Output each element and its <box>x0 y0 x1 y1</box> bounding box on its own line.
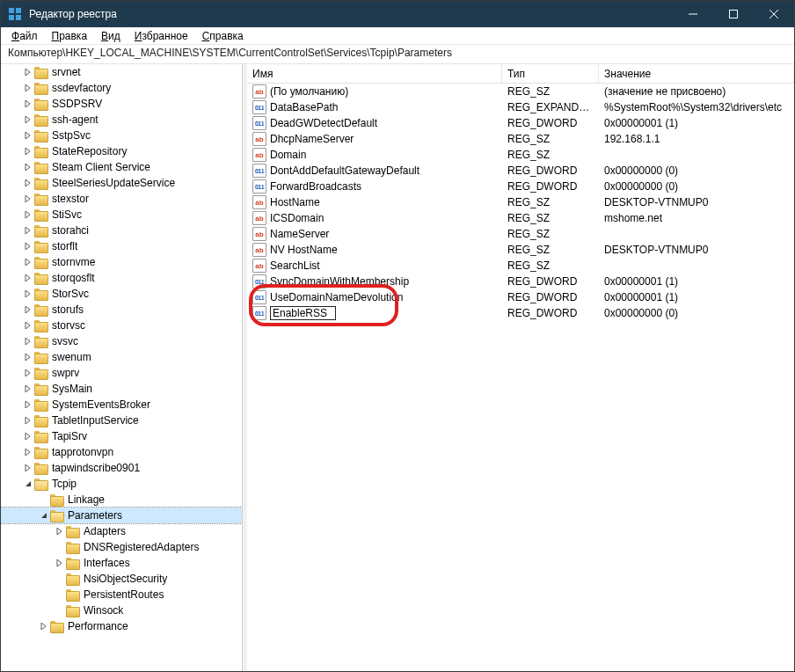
value-row[interactable]: 011DontAddDefaultGatewayDefaultREG_DWORD… <box>247 163 794 179</box>
chevron-right-icon[interactable] <box>22 446 34 458</box>
chevron-right-icon[interactable] <box>22 98 34 110</box>
chevron-right-icon[interactable] <box>22 367 34 379</box>
menu-file[interactable]: Файл <box>4 28 45 44</box>
tree-item[interactable]: stexstor <box>1 191 242 207</box>
value-row[interactable]: abSearchListREG_SZ <box>247 258 794 274</box>
chevron-right-icon[interactable] <box>22 193 34 205</box>
menu-favorites[interactable]: Избранное <box>128 28 195 44</box>
chevron-right-icon[interactable] <box>54 525 66 537</box>
tree-item[interactable]: swprv <box>1 365 242 381</box>
tree-item[interactable]: SysMain <box>1 381 242 397</box>
tree-panel[interactable]: srvnetssdevfactorySSDPSRVssh-agentSstpSv… <box>1 64 243 671</box>
tree-item[interactable]: TapiSrv <box>1 428 242 444</box>
tree-item[interactable]: Winsock <box>1 603 242 618</box>
menu-edit[interactable]: Правка <box>45 28 95 44</box>
chevron-down-icon[interactable] <box>22 478 34 490</box>
tree-item[interactable]: SstpSvc <box>1 128 242 143</box>
tree-item[interactable]: StorSvc <box>1 286 242 302</box>
value-row[interactable]: 011ForwardBroadcastsREG_DWORD0x00000000 … <box>247 179 794 194</box>
chevron-right-icon[interactable] <box>22 224 34 237</box>
tree-item[interactable]: NsiObjectSecurity <box>1 571 242 587</box>
tree-item[interactable]: storahci <box>1 223 242 238</box>
chevron-right-icon[interactable] <box>22 113 34 126</box>
tree-item[interactable]: stornvme <box>1 254 242 270</box>
value-row[interactable]: 011DeadGWDetectDefaultREG_DWORD0x0000000… <box>247 115 794 131</box>
tree-item[interactable]: ssdevfactory <box>1 80 242 96</box>
header-type[interactable]: Тип <box>502 64 599 83</box>
maximize-button[interactable] <box>713 1 754 27</box>
tree-item[interactable]: SteelSeriesUpdateService <box>1 175 242 191</box>
chevron-right-icon[interactable] <box>22 66 34 78</box>
value-row[interactable]: 011SyncDomainWithMembershipREG_DWORD0x00… <box>247 274 794 289</box>
chevron-right-icon[interactable] <box>22 430 34 442</box>
header-name[interactable]: Имя <box>247 64 502 83</box>
chevron-right-icon[interactable] <box>22 177 34 189</box>
value-row[interactable]: abDhcpNameServerREG_SZ192.168.1.1 <box>247 131 794 147</box>
tree-item[interactable]: srvnet <box>1 64 242 80</box>
tree-item[interactable]: StateRepository <box>1 143 242 159</box>
tree-item[interactable]: svsvc <box>1 333 242 349</box>
chevron-right-icon[interactable] <box>22 161 34 173</box>
chevron-right-icon[interactable] <box>22 82 34 94</box>
tree-item[interactable]: Steam Client Service <box>1 159 242 175</box>
folder-icon <box>66 604 80 617</box>
chevron-down-icon[interactable] <box>38 509 50 522</box>
tree-item[interactable]: SSDPSRV <box>1 96 242 112</box>
chevron-right-icon[interactable] <box>22 145 34 157</box>
value-row[interactable]: ab(По умолчанию)REG_SZ(значение не присв… <box>247 84 794 99</box>
chevron-right-icon[interactable] <box>22 208 34 221</box>
close-button[interactable] <box>754 1 794 27</box>
header-value[interactable]: Значение <box>599 64 794 83</box>
string-value-icon: ab <box>252 132 266 146</box>
address-bar[interactable]: Компьютер\HKEY_LOCAL_MACHINE\SYSTEM\Curr… <box>1 45 794 64</box>
tree-item[interactable]: storflt <box>1 238 242 254</box>
tree-item[interactable]: Adapters <box>1 523 242 539</box>
tree-item[interactable]: tapprotonvpn <box>1 444 242 460</box>
value-row[interactable]: 011UseDomainNameDevolutionREG_DWORD0x000… <box>247 289 794 305</box>
chevron-right-icon[interactable] <box>22 256 34 268</box>
chevron-right-icon[interactable] <box>22 462 34 474</box>
chevron-right-icon[interactable] <box>22 272 34 284</box>
chevron-right-icon[interactable] <box>22 240 34 252</box>
tree-item[interactable]: PersistentRoutes <box>1 587 242 603</box>
chevron-right-icon[interactable] <box>22 398 34 411</box>
chevron-right-icon[interactable] <box>22 383 34 395</box>
chevron-right-icon[interactable] <box>54 557 66 569</box>
tree-item[interactable]: SystemEventsBroker <box>1 397 242 413</box>
menu-help[interactable]: Справка <box>195 28 251 44</box>
tree-item[interactable]: Tcpip <box>1 476 242 492</box>
tree-item[interactable]: storvsc <box>1 318 242 333</box>
rename-input[interactable] <box>270 306 336 320</box>
chevron-right-icon[interactable] <box>22 319 34 332</box>
value-row[interactable]: abNV HostNameREG_SZDESKTOP-VTNMUP0 <box>247 242 794 258</box>
chevron-right-icon[interactable] <box>22 351 34 363</box>
tree-item[interactable]: DNSRegisteredAdapters <box>1 539 242 555</box>
value-row[interactable]: abNameServerREG_SZ <box>247 226 794 242</box>
tree-item[interactable]: Interfaces <box>1 555 242 571</box>
tree-item[interactable]: storufs <box>1 302 242 318</box>
chevron-right-icon[interactable] <box>38 620 50 632</box>
chevron-right-icon[interactable] <box>22 129 34 142</box>
chevron-right-icon[interactable] <box>22 303 34 316</box>
value-row[interactable]: abDomainREG_SZ <box>247 147 794 163</box>
value-row[interactable]: abICSDomainREG_SZmshome.net <box>247 210 794 226</box>
tree-item[interactable]: tapwindscribe0901 <box>1 460 242 476</box>
value-row[interactable]: abHostNameREG_SZDESKTOP-VTNMUP0 <box>247 194 794 210</box>
value-row[interactable]: 011REG_DWORD0x00000000 (0) <box>247 305 794 321</box>
chevron-right-icon[interactable] <box>22 288 34 300</box>
minimize-button[interactable] <box>673 1 713 27</box>
chevron-right-icon[interactable] <box>22 414 34 427</box>
value-row[interactable]: 011DataBasePathREG_EXPAND_SZ%SystemRoot%… <box>247 99 794 115</box>
tree-item[interactable]: ssh-agent <box>1 112 242 128</box>
tree-item[interactable]: Performance <box>1 618 242 634</box>
tree-item[interactable]: swenum <box>1 349 242 365</box>
tree-item[interactable]: storqosflt <box>1 270 242 286</box>
tree-item[interactable]: Linkage <box>1 492 242 508</box>
cell-value: DESKTOP-VTNMUP0 <box>599 196 794 208</box>
tree-item[interactable]: Parameters <box>1 508 242 523</box>
tree-item[interactable]: StiSvc <box>1 207 242 223</box>
menu-view[interactable]: Вид <box>94 28 128 44</box>
values-panel[interactable]: Имя Тип Значение ab(По умолчанию)REG_SZ(… <box>247 64 794 671</box>
tree-item[interactable]: TabletInputService <box>1 413 242 428</box>
chevron-right-icon[interactable] <box>22 335 34 347</box>
